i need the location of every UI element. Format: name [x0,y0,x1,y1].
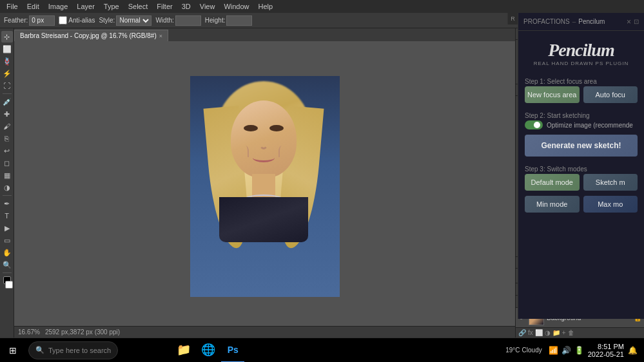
menu-file[interactable]: File [3,2,22,11]
new-focus-area-button[interactable]: New focus area [525,86,580,103]
plugin-logo-area: Pencilum Real Hand Drawn PS Plugin [518,31,644,74]
auto-focus-button[interactable]: Auto focu [583,86,638,103]
plugin-logo-subtitle: Real Hand Drawn PS Plugin [534,61,629,66]
network-icon[interactable]: 📶 [549,346,558,355]
plugin-panel: PROFACTIONS – Pencilum × ⊡ Pencilum Real… [518,28,644,319]
menu-3d[interactable]: 3D [178,2,195,11]
taskbar-app-mail[interactable]: ✉ [148,338,171,363]
plugin-step3-label: Step 3: Switch modes [518,162,644,174]
default-mode-button[interactable]: Default mode [525,174,580,191]
taskbar-apps: ⊞ ✉ 📁 🌐 Ps [123,338,244,363]
min-mode-button[interactable]: Min mode [525,196,580,213]
menu-filter[interactable]: Filter [153,2,176,11]
eye-right [269,125,284,131]
hand-tool[interactable]: ✋ [1,247,13,258]
taskbar-app-explorer[interactable]: 📁 [172,338,195,363]
canvas-size: 2592 px,3872 px (300 ppi) [45,329,120,336]
sketch-mode-button[interactable]: Sketch m [583,174,638,191]
taskbar-app-edge[interactable]: 🌐 [197,338,220,363]
crop-tool[interactable]: ⛶ [1,80,13,91]
history-brush[interactable]: ↩ [1,145,13,157]
menu-help[interactable]: Help [255,2,277,11]
width-input[interactable] [175,15,201,26]
pen-tool[interactable]: ✒ [1,198,13,209]
clone-tool[interactable]: ⎘ [1,133,13,144]
menu-image[interactable]: Image [44,2,72,11]
battery-icon[interactable]: 🔋 [574,346,584,355]
eyedropper-tool[interactable]: 💉 [1,96,13,108]
layer-delete-icon[interactable]: 🗑 [568,329,574,336]
zoom-level: 16.67% [18,329,40,336]
eraser-tool[interactable]: ◻ [1,157,13,169]
explorer-icon: 📁 [177,343,191,357]
zoom-tool[interactable]: 🔍 [1,259,13,271]
volume-icon[interactable]: 🔊 [561,346,571,355]
tab-bar: Barbra Streisand - Copy.jpg @ 16.7% (RGB… [14,28,515,41]
layer-link-icon[interactable]: 🔗 [518,329,526,336]
plugin-mode-buttons-row1: Default mode Sketch m [518,174,644,196]
document-tab[interactable]: Barbra Streisand - Copy.jpg @ 16.7% (RGB… [14,30,168,41]
quick-select-tool[interactable]: ⚡ [1,68,13,79]
menu-layer[interactable]: Layer [73,2,99,11]
plugin-logo: Pencilum [548,41,614,59]
menu-type[interactable]: Type [100,2,123,11]
feather-label: Feather: [4,17,28,24]
layer-fx-icon[interactable]: fx [528,329,533,336]
tab-close-button[interactable]: × [159,33,162,39]
taskbar-date: 2022-05-21 [588,350,624,358]
taskbar-clock[interactable]: 8:51 PM 2022-05-21 [588,343,624,358]
canvas-status-bar: 16.67% 2592 px,3872 px (300 ppi) [14,326,515,338]
layer-mask-icon[interactable]: ⬜ [535,329,543,336]
marquee-tool[interactable]: ⬜ [1,43,13,55]
main-area: ⊹ ⬜ 🪢 ⚡ ⛶ 💉 ✚ 🖌 ⎘ ↩ ◻ ▦ ◑ ✒ T ▶ ▭ ✋ 🔍 Ba… [0,28,644,338]
background-color[interactable] [5,281,13,289]
toolbar-separator-2 [3,195,12,196]
taskbar-right: 19°C Cloudy 📶 🔊 🔋 8:51 PM 2022-05-21 🔔 [505,343,644,358]
anti-alias-option: Anti-alias [59,16,95,24]
taskbar-weather[interactable]: 19°C Cloudy [505,347,542,354]
menu-select[interactable]: Select [124,2,152,11]
height-input[interactable] [226,15,252,26]
photoshop-icon: Ps [228,345,239,355]
notification-icon[interactable]: 🔔 [628,346,638,355]
optimize-toggle[interactable] [525,120,543,129]
plugin-toggle-row: Optimize image (recommende [518,120,644,135]
layer-adjustment-icon[interactable]: ◑ [545,329,551,336]
style-select[interactable]: Normal [116,15,151,26]
move-tool[interactable]: ⊹ [1,31,13,43]
text-tool[interactable]: T [1,210,13,222]
max-mode-button[interactable]: Max mo [583,196,638,213]
gradient-tool[interactable]: ▦ [1,169,13,181]
lasso-tool[interactable]: 🪢 [1,55,13,67]
photo-person [190,76,340,297]
mail-icon: ✉ [155,343,164,357]
generate-sketch-button[interactable]: Generate new sketch! [525,135,638,157]
style-option: Style: Normal [99,15,151,26]
healing-tool[interactable]: ✚ [1,108,13,120]
menu-window[interactable]: Window [220,2,253,11]
path-select-tool[interactable]: ▶ [1,222,13,234]
taskbar-search-box[interactable]: 🔍 Type here to search [28,341,118,359]
tab-title: Barbra Streisand - Copy.jpg @ 16.7% (RGB… [20,32,157,39]
taskbar-app-widgets[interactable]: ⊞ [123,338,146,363]
layer-add-icon[interactable]: + [562,329,566,336]
plugin-step1-label: Step 1: Select focus area [518,74,644,86]
brush-tool[interactable]: 🖌 [1,120,13,132]
plugin-mode-buttons-row2: Min mode Max mo [518,196,644,218]
toolbar-separator-1 [3,93,12,94]
feather-input[interactable] [29,15,55,26]
start-button[interactable]: ⊞ [0,338,26,363]
plugin-step2-label: Step 2: Start sketching [518,108,644,120]
canvas-area[interactable]: Barbra Streisand - Copy.jpg @ 16.7% (RGB… [14,28,515,338]
taskbar-app-photoshop[interactable]: Ps [221,338,244,363]
dodge-tool[interactable]: ◑ [1,182,13,193]
feather-option: Feather: [4,15,55,26]
menu-edit[interactable]: Edit [23,2,43,11]
weather-condition: Cloudy [522,347,542,354]
width-option: Width: [155,15,200,26]
shape-tool[interactable]: ▭ [1,234,13,246]
layer-folder-icon[interactable]: 📁 [552,329,560,336]
anti-alias-checkbox[interactable] [59,16,67,24]
optimize-toggle-label: Optimize image (recommende [547,122,633,129]
menu-view[interactable]: View [196,2,219,11]
